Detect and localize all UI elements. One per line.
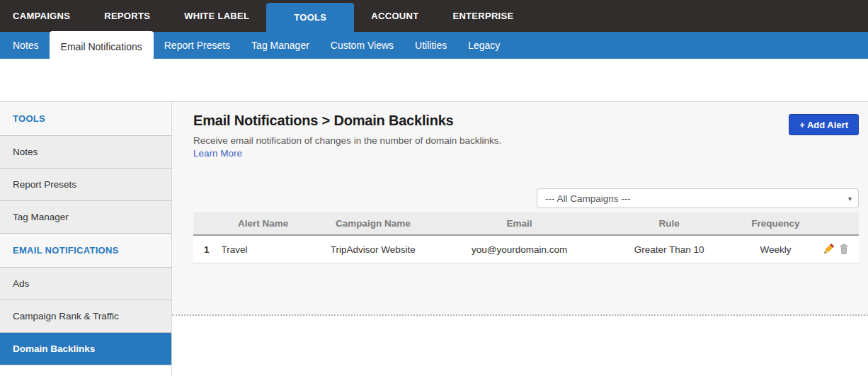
sidebar-item-tag-manager[interactable]: Tag Manager — [0, 201, 171, 234]
content-area: TOOLS Notes Report Presets Tag Manager E… — [0, 101, 868, 376]
campaign-filter-value: --- All Campaigns --- — [545, 193, 631, 204]
sidebar-section-email-notifications: EMAIL NOTIFICATIONS — [0, 234, 171, 268]
chevron-down-icon: ▾ — [848, 195, 852, 203]
row-frequency: Weekly — [739, 244, 812, 255]
panel-titles: Email Notifications > Domain Backlinks R… — [193, 113, 501, 159]
panel-header: Email Notifications > Domain Backlinks R… — [193, 113, 859, 159]
sidebar-item-notes[interactable]: Notes — [0, 136, 171, 169]
nav-campaigns[interactable]: CAMPAIGNS — [0, 0, 87, 32]
row-email: you@yourdomain.com — [440, 244, 600, 255]
page-title: Email Notifications > Domain Backlinks — [193, 113, 501, 129]
primary-nav: CAMPAIGNS REPORTS WHITE LABEL TOOLS ACCO… — [0, 0, 868, 32]
nav-enterprise[interactable]: ENTERPRISE — [435, 0, 530, 32]
table-row: 1 Travel TripAdvisor Website you@yourdom… — [193, 236, 859, 263]
edit-alert-button[interactable] — [822, 244, 834, 256]
sidebar-item-report-presets[interactable]: Report Presets — [0, 169, 171, 201]
secondary-nav: Notes Email Notifications Report Presets… — [0, 32, 868, 59]
subnav-legacy[interactable]: Legacy — [457, 32, 510, 59]
table-header-row: Alert Name Campaign Name Email Rule Freq… — [193, 212, 859, 236]
add-alert-button[interactable]: + Add Alert — [789, 114, 859, 135]
sidebar-item-campaign-rank-traffic[interactable]: Campaign Rank & Traffic — [0, 300, 171, 333]
col-header-email: Email — [440, 218, 600, 229]
main-area: Email Notifications > Domain Backlinks R… — [172, 102, 868, 376]
header-spacer — [0, 59, 868, 101]
learn-more-link[interactable]: Learn More — [193, 148, 242, 159]
page-description: Receive email notification of changes in… — [193, 135, 501, 146]
subnav-custom-views[interactable]: Custom Views — [320, 32, 404, 59]
pencil-icon — [822, 244, 834, 256]
row-number: 1 — [193, 244, 220, 255]
sidebar-item-domain-backlinks[interactable]: Domain Backlinks — [0, 333, 171, 365]
col-header-alert-name: Alert Name — [220, 218, 307, 229]
col-header-campaign-name: Campaign Name — [307, 218, 440, 229]
delete-alert-button[interactable] — [838, 244, 850, 255]
col-header-frequency: Frequency — [739, 218, 812, 229]
sidebar-item-ads[interactable]: Ads — [0, 268, 171, 300]
row-alert-name: Travel — [220, 244, 307, 255]
nav-tools[interactable]: TOOLS — [266, 3, 354, 32]
filter-row: --- All Campaigns --- ▾ — [193, 188, 859, 208]
subnav-email-notifications[interactable]: Email Notifications — [50, 31, 154, 64]
subnav-notes[interactable]: Notes — [0, 32, 50, 59]
row-actions — [812, 244, 859, 256]
campaign-filter-select[interactable]: --- All Campaigns --- ▾ — [537, 188, 859, 208]
trash-icon — [838, 244, 850, 255]
subnav-utilities[interactable]: Utilities — [404, 32, 457, 59]
nav-reports[interactable]: REPORTS — [87, 0, 167, 32]
subnav-tag-manager[interactable]: Tag Manager — [241, 32, 320, 59]
row-campaign-name: TripAdvisor Website — [307, 244, 440, 255]
subnav-report-presets[interactable]: Report Presets — [154, 32, 241, 59]
domain-backlinks-panel: Email Notifications > Domain Backlinks R… — [172, 102, 868, 316]
row-rule: Greater Than 10 — [599, 244, 738, 255]
sidebar: TOOLS Notes Report Presets Tag Manager E… — [0, 102, 172, 376]
alerts-table: Alert Name Campaign Name Email Rule Freq… — [193, 212, 859, 263]
nav-account[interactable]: ACCOUNT — [354, 0, 435, 32]
nav-white-label[interactable]: WHITE LABEL — [167, 0, 266, 32]
col-header-rule: Rule — [599, 218, 738, 229]
sidebar-section-tools: TOOLS — [0, 102, 171, 136]
